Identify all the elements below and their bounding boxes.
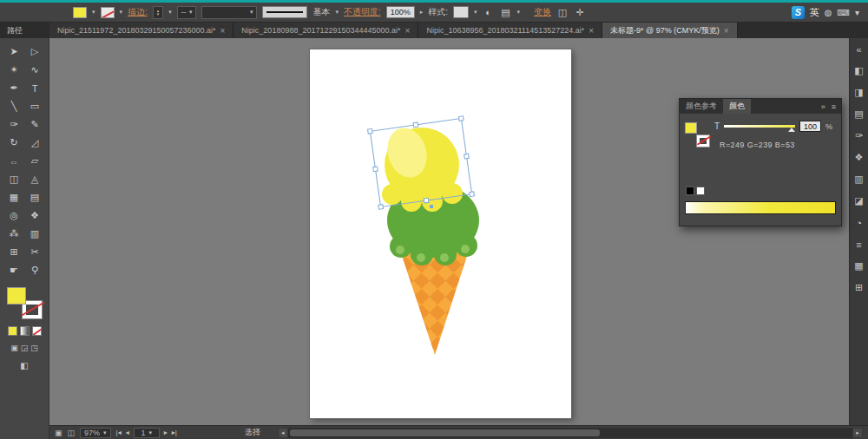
selection-tool[interactable]: ➤	[3, 43, 24, 61]
document-tab[interactable]: Nipic_20180988_20171229150344445000.ai* …	[233, 23, 418, 38]
opacity-link[interactable]: 不透明度:	[344, 6, 381, 18]
fill-swatch[interactable]	[7, 287, 26, 305]
style-dropdown-icon[interactable]: ▾	[474, 9, 477, 16]
gradient-tool[interactable]: ▤	[24, 188, 45, 206]
shape-builder-tool[interactable]: ◫	[3, 170, 24, 188]
draw-inside-icon[interactable]: ◳	[30, 344, 38, 352]
previous-artboard-button[interactable]: ◂	[126, 429, 129, 436]
blend-tool[interactable]: ❖	[24, 206, 45, 225]
document-tab[interactable]: 未标题-9* @ 97% (CMYK/预览) ×	[602, 23, 738, 38]
panel-menu-icon[interactable]: ≡	[832, 102, 836, 111]
width-profile-dropdown[interactable]: ▾	[201, 6, 257, 19]
scroll-left-arrow[interactable]: ◂	[278, 428, 288, 438]
opacity-stepper-icon[interactable]: ▸	[420, 9, 424, 16]
fill-color-swatch[interactable]	[73, 7, 87, 18]
expand-dock-icon[interactable]: «	[852, 43, 867, 56]
document-tab[interactable]: Nipic_10638956_20180321114513527224.ai* …	[418, 23, 602, 38]
free-transform-tool[interactable]: ▱	[24, 152, 45, 170]
stroke-panel-icon[interactable]: ▥	[852, 173, 867, 186]
gradient-button[interactable]	[20, 326, 30, 336]
layers-panel-icon[interactable]: ▦	[852, 259, 867, 272]
color-panel-icon[interactable]: ◧	[852, 64, 867, 77]
tint-value-field[interactable]: 100	[799, 121, 821, 132]
gradient-panel-icon[interactable]: ◪	[852, 194, 867, 207]
style-swatch[interactable]	[453, 6, 469, 18]
mesh-tool[interactable]: ▦	[3, 188, 24, 206]
line-segment-tool[interactable]: ╲	[3, 97, 24, 115]
transform-link[interactable]: 变换	[534, 6, 551, 18]
type-tool[interactable]: T	[24, 79, 45, 97]
canvas-area[interactable]	[49, 38, 849, 425]
fill-dropdown-icon[interactable]: ▾	[92, 9, 95, 16]
pen-tool[interactable]: ✒	[3, 79, 24, 97]
ime-language-indicator[interactable]: 英	[810, 6, 819, 19]
scrollbar-thumb[interactable]	[290, 429, 601, 436]
pencil-tool[interactable]: ✎	[24, 115, 45, 134]
color-spectrum-ramp[interactable]	[685, 201, 836, 214]
last-artboard-button[interactable]: ▸|	[172, 429, 177, 436]
none-button[interactable]	[32, 326, 42, 336]
ime-menu-icon[interactable]: ▾	[855, 8, 859, 17]
document-tab[interactable]: Nipic_21511972_20180329150057236000.ai* …	[49, 23, 233, 38]
next-artboard-button[interactable]: ▸	[164, 429, 168, 436]
zoom-level-dropdown[interactable]: 97% ▾	[80, 428, 111, 438]
panel-stroke-swatch[interactable]	[697, 135, 709, 147]
magic-wand-tool[interactable]: ✶	[3, 61, 24, 79]
column-graph-tool[interactable]: ▥	[24, 225, 45, 243]
symbols-panel-icon[interactable]: ❖	[852, 151, 867, 164]
zoom-tool[interactable]: ⚲	[24, 261, 45, 279]
transparency-panel-icon[interactable]: ◔	[852, 216, 867, 229]
scroll-right-arrow[interactable]: ▸	[852, 428, 863, 438]
paintbrush-tool[interactable]: ✑	[3, 115, 24, 134]
status-icon-b[interactable]: ◫	[68, 429, 76, 437]
color-button[interactable]	[8, 326, 17, 336]
artboard[interactable]	[310, 49, 571, 418]
panel-collapse-icon[interactable]: »	[821, 102, 825, 111]
waffle-cone[interactable]	[396, 241, 473, 355]
tint-slider[interactable]	[724, 125, 795, 128]
rectangle-tool[interactable]: ▭	[24, 97, 45, 115]
artboards-panel-icon[interactable]: ⊞	[852, 281, 867, 294]
tab-close-icon[interactable]: ×	[724, 26, 729, 36]
tint-slider-handle[interactable]	[788, 128, 795, 132]
scrollbar-track[interactable]	[288, 428, 852, 438]
rotate-tool[interactable]: ↻	[3, 134, 24, 152]
first-artboard-button[interactable]: |◂	[116, 429, 122, 436]
perspective-grid-tool[interactable]: ◬	[24, 170, 45, 188]
stroke-color-swatch[interactable]	[101, 7, 115, 18]
panel-fill-swatch[interactable]	[685, 122, 697, 134]
opacity-value-field[interactable]: 100%	[386, 6, 415, 18]
stroke-weight-link[interactable]: 描边:	[128, 6, 148, 18]
draw-behind-icon[interactable]: ◲	[21, 344, 29, 352]
dash-style-dropdown[interactable]: ┈ ▾	[177, 6, 197, 19]
tab-close-icon[interactable]: ×	[405, 26, 411, 36]
direct-selection-tool[interactable]: ▷	[24, 43, 45, 61]
tab-close-icon[interactable]: ×	[589, 26, 594, 36]
color-guide-panel-icon[interactable]: ◨	[852, 86, 867, 99]
white-swatch[interactable]	[696, 187, 705, 195]
brush-dropdown-icon[interactable]: ▾	[335, 9, 339, 16]
screen-mode-icon[interactable]: ◧	[20, 361, 28, 370]
stroke-stepper-icon[interactable]: ▴▾	[157, 9, 160, 16]
hand-tool[interactable]: ☛	[3, 261, 24, 279]
align-icon[interactable]: ◫	[556, 7, 569, 18]
ime-mode-icon[interactable]: ◍	[825, 8, 832, 17]
black-swatch[interactable]	[686, 187, 694, 195]
eyedropper-tool[interactable]: ◎	[3, 206, 24, 225]
document-setup-icon[interactable]: ◐	[483, 7, 495, 17]
options-more-dropdown-icon[interactable]: ▾	[517, 9, 521, 16]
ime-keyboard-icon[interactable]: ⌨	[838, 8, 850, 17]
status-icon-a[interactable]: ▣	[55, 429, 62, 437]
preferences-icon[interactable]: ▤	[500, 7, 512, 18]
draw-normal-icon[interactable]: ▣	[10, 344, 18, 352]
tab-color[interactable]: 颜色	[723, 99, 751, 114]
width-tool[interactable]: ⇔	[3, 152, 24, 170]
scale-tool[interactable]: ◿	[24, 134, 45, 152]
stroke-dropdown-icon[interactable]: ▾	[120, 9, 123, 16]
symbol-sprayer-tool[interactable]: ⁂	[3, 225, 24, 243]
yellow-scoop[interactable]	[382, 123, 463, 212]
brushes-panel-icon[interactable]: ✑	[852, 129, 867, 142]
anchor-point[interactable]	[430, 205, 433, 208]
tab-close-icon[interactable]: ×	[220, 26, 226, 36]
ime-logo[interactable]: S	[792, 6, 805, 19]
